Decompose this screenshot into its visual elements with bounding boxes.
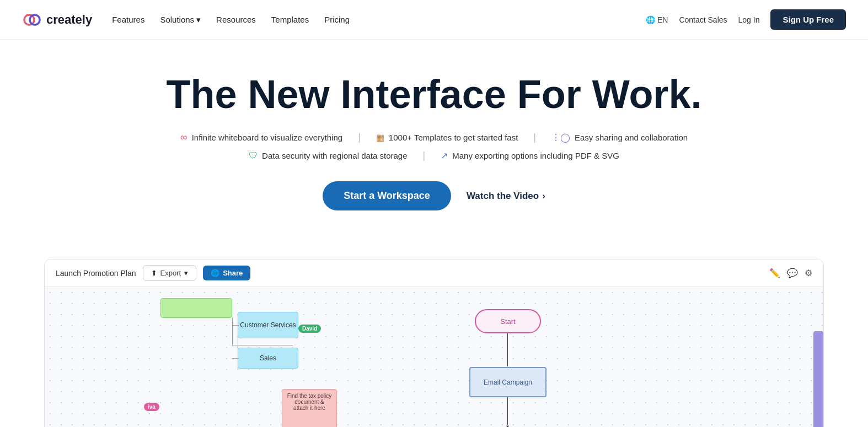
feature-security-text: Data security with regional data storage xyxy=(262,151,407,160)
connector-h3 xyxy=(232,358,239,359)
share-icon: ⋮◯ xyxy=(551,132,570,143)
chevron-right-icon: › xyxy=(542,191,545,202)
feature-templates-text: 1000+ Templates to get started fast xyxy=(389,133,518,142)
node-customer-services: Customer Services xyxy=(238,312,298,338)
settings-icon[interactable]: ⚙ xyxy=(805,268,812,278)
templates-icon: ▦ xyxy=(376,132,384,143)
flow-arrow-2 xyxy=(507,397,508,425)
nav-links: Features Solutions ▾ Resources Templates… xyxy=(112,15,350,25)
hero-section: The New Interface For Work. ∞ Infinite w… xyxy=(0,40,868,259)
feature-export: ↗ Many exporting options including PDF &… xyxy=(441,150,619,161)
feature-infinite-text: Infinite whiteboard to visualize everyth… xyxy=(192,133,343,142)
hero-title: The New Interface For Work. xyxy=(22,73,846,116)
canvas-name: Launch Promotion Plan xyxy=(56,269,136,278)
feature-share-text: Easy sharing and collaboration xyxy=(575,133,688,142)
chevron-down-icon: ▾ xyxy=(196,15,201,25)
signup-button[interactable]: Sign Up Free xyxy=(770,9,846,30)
nav-right: 🌐 EN Contact Sales Log In Sign Up Free xyxy=(646,9,846,30)
logo-text: creately xyxy=(46,13,92,27)
canvas-preview: Launch Promotion Plan ⬆ Export ▾ 🌐 Share… xyxy=(44,259,824,427)
purple-bar xyxy=(813,331,823,427)
watch-video-link[interactable]: Watch the Video › xyxy=(467,191,545,202)
shield-icon: 🛡 xyxy=(249,151,258,161)
share-button[interactable]: 🌐 Share xyxy=(203,266,250,280)
nav-pricing[interactable]: Pricing xyxy=(324,15,350,24)
comment-icon[interactable]: 💬 xyxy=(787,268,798,278)
feature-row-2: 🛡 Data security with regional data stora… xyxy=(249,150,619,161)
feature-security: 🛡 Data security with regional data stora… xyxy=(249,151,407,161)
nav-features[interactable]: Features xyxy=(112,15,144,24)
note-box: Find the tax policy document & attach it… xyxy=(282,389,337,427)
hero-features: ∞ Infinite whiteboard to visualize every… xyxy=(22,132,846,161)
edit-icon[interactable]: ✏️ xyxy=(769,268,780,278)
language-selector[interactable]: 🌐 EN xyxy=(646,15,668,24)
export-dropdown-icon: ▾ xyxy=(184,269,188,277)
share-btn-icon: 🌐 xyxy=(211,269,219,277)
canvas-toolbar: Launch Promotion Plan ⬆ Export ▾ 🌐 Share… xyxy=(45,260,823,287)
nav-resources[interactable]: Resources xyxy=(216,15,256,24)
nav-templates[interactable]: Templates xyxy=(271,15,309,24)
feature-export-text: Many exporting options including PDF & S… xyxy=(452,151,619,160)
flow-start: Start xyxy=(475,309,541,333)
export-button[interactable]: ⬆ Export ▾ xyxy=(143,265,197,281)
globe-icon: 🌐 xyxy=(646,15,655,24)
navigation: creately Features Solutions ▾ Resources … xyxy=(0,0,868,40)
divider-2: | xyxy=(533,132,536,143)
org-node-green xyxy=(160,298,232,318)
diagram-area: Customer Services David Sales Find the t… xyxy=(45,287,823,427)
canvas-toolbar-left: Launch Promotion Plan ⬆ Export ▾ 🌐 Share xyxy=(56,265,250,281)
canvas-toolbar-right: ✏️ 💬 ⚙ xyxy=(769,268,812,278)
logo-icon xyxy=(22,10,42,30)
feature-templates: ▦ 1000+ Templates to get started fast xyxy=(376,132,518,143)
contact-sales-link[interactable]: Contact Sales xyxy=(679,15,727,24)
infinite-icon: ∞ xyxy=(180,132,187,143)
flow-arrow-1 xyxy=(507,333,508,366)
cta-row: Start a Workspace Watch the Video › xyxy=(22,181,846,210)
flow-email-campaign: Email Campaign xyxy=(469,367,546,397)
start-workspace-button[interactable]: Start a Workspace xyxy=(323,181,451,210)
iva-badge: iva xyxy=(144,403,159,411)
connector-h1 xyxy=(232,345,293,345)
connector-v1 xyxy=(232,318,233,345)
canvas-content: Customer Services David Sales Find the t… xyxy=(45,287,823,427)
export-btn-icon: ⬆ xyxy=(151,269,157,277)
logo[interactable]: creately xyxy=(22,10,92,30)
feature-infinite: ∞ Infinite whiteboard to visualize every… xyxy=(180,132,342,143)
feature-share: ⋮◯ Easy sharing and collaboration xyxy=(551,132,688,143)
divider-1: | xyxy=(358,132,361,143)
export-icon: ↗ xyxy=(441,150,448,161)
feature-row-1: ∞ Infinite whiteboard to visualize every… xyxy=(180,132,688,143)
nav-left: creately Features Solutions ▾ Resources … xyxy=(22,10,350,30)
divider-3: | xyxy=(423,150,426,161)
login-link[interactable]: Log In xyxy=(738,15,760,24)
david-badge: David xyxy=(298,325,321,333)
node-sales: Sales xyxy=(238,348,298,369)
connector-h2 xyxy=(232,325,239,326)
nav-solutions[interactable]: Solutions ▾ xyxy=(160,15,201,25)
